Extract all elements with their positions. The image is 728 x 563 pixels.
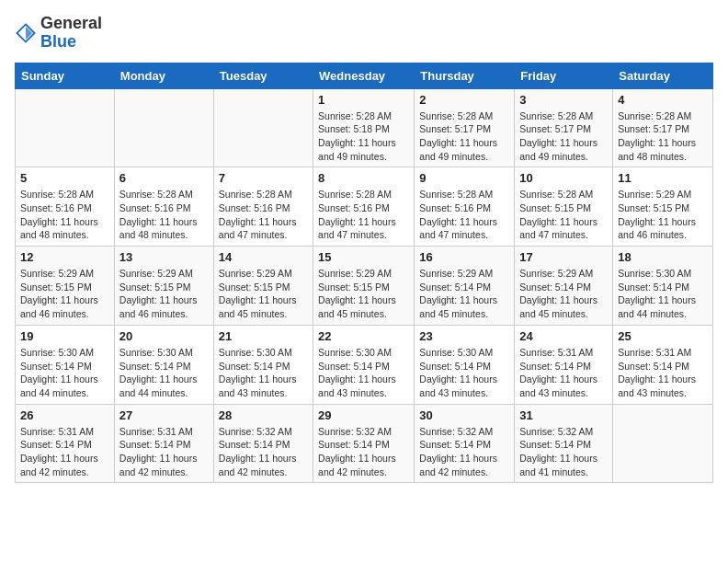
calendar-cell: 30Sunrise: 5:32 AM Sunset: 5:14 PM Dayli… bbox=[415, 404, 515, 483]
weekday-header-saturday: Saturday bbox=[613, 63, 713, 88]
day-info: Sunrise: 5:29 AM Sunset: 5:15 PM Dayligh… bbox=[318, 267, 409, 321]
day-info: Sunrise: 5:30 AM Sunset: 5:14 PM Dayligh… bbox=[20, 346, 109, 400]
weekday-header-monday: Monday bbox=[114, 63, 213, 88]
calendar-cell: 23Sunrise: 5:30 AM Sunset: 5:14 PM Dayli… bbox=[415, 325, 515, 404]
day-number: 26 bbox=[20, 408, 109, 422]
calendar-cell: 5Sunrise: 5:28 AM Sunset: 5:16 PM Daylig… bbox=[16, 167, 115, 247]
day-number: 15 bbox=[318, 250, 409, 264]
day-info: Sunrise: 5:28 AM Sunset: 5:17 PM Dayligh… bbox=[519, 109, 608, 164]
calendar-week-row: 26Sunrise: 5:31 AM Sunset: 5:14 PM Dayli… bbox=[16, 404, 713, 483]
day-number: 10 bbox=[519, 171, 608, 185]
calendar-cell: 19Sunrise: 5:30 AM Sunset: 5:14 PM Dayli… bbox=[16, 325, 115, 404]
day-info: Sunrise: 5:31 AM Sunset: 5:14 PM Dayligh… bbox=[119, 425, 209, 479]
calendar-cell: 7Sunrise: 5:28 AM Sunset: 5:16 PM Daylig… bbox=[213, 167, 313, 247]
day-number: 21 bbox=[219, 329, 308, 343]
weekday-header-friday: Friday bbox=[515, 63, 613, 88]
calendar-table: SundayMondayTuesdayWednesdayThursdayFrid… bbox=[15, 63, 713, 484]
day-number: 2 bbox=[419, 93, 509, 107]
day-info: Sunrise: 5:32 AM Sunset: 5:14 PM Dayligh… bbox=[219, 425, 308, 479]
calendar-cell: 13Sunrise: 5:29 AM Sunset: 5:15 PM Dayli… bbox=[114, 247, 213, 326]
day-number: 22 bbox=[318, 329, 409, 343]
calendar-cell: 22Sunrise: 5:30 AM Sunset: 5:14 PM Dayli… bbox=[313, 325, 415, 404]
day-number: 5 bbox=[20, 171, 109, 185]
day-number: 25 bbox=[618, 329, 708, 343]
day-info: Sunrise: 5:28 AM Sunset: 5:17 PM Dayligh… bbox=[419, 109, 509, 164]
day-number: 17 bbox=[519, 250, 608, 264]
logo-icon bbox=[15, 22, 37, 44]
calendar-cell bbox=[613, 404, 713, 483]
day-number: 11 bbox=[618, 171, 708, 185]
day-info: Sunrise: 5:28 AM Sunset: 5:17 PM Dayligh… bbox=[618, 109, 708, 164]
calendar-body: 1Sunrise: 5:28 AM Sunset: 5:18 PM Daylig… bbox=[16, 88, 713, 483]
day-number: 30 bbox=[419, 408, 509, 422]
day-info: Sunrise: 5:30 AM Sunset: 5:14 PM Dayligh… bbox=[318, 346, 409, 400]
calendar-cell: 18Sunrise: 5:30 AM Sunset: 5:14 PM Dayli… bbox=[613, 247, 713, 326]
page-header: General Blue bbox=[15, 15, 713, 52]
day-info: Sunrise: 5:32 AM Sunset: 5:14 PM Dayligh… bbox=[419, 425, 509, 479]
day-number: 23 bbox=[419, 329, 509, 343]
calendar-cell: 6Sunrise: 5:28 AM Sunset: 5:16 PM Daylig… bbox=[114, 167, 213, 247]
day-number: 31 bbox=[519, 408, 608, 422]
day-number: 28 bbox=[219, 408, 308, 422]
calendar-week-row: 5Sunrise: 5:28 AM Sunset: 5:16 PM Daylig… bbox=[16, 167, 713, 247]
calendar-cell: 14Sunrise: 5:29 AM Sunset: 5:15 PM Dayli… bbox=[213, 247, 313, 326]
day-number: 27 bbox=[119, 408, 209, 422]
calendar-cell: 21Sunrise: 5:30 AM Sunset: 5:14 PM Dayli… bbox=[213, 325, 313, 404]
day-info: Sunrise: 5:29 AM Sunset: 5:15 PM Dayligh… bbox=[119, 267, 209, 321]
calendar-cell: 3Sunrise: 5:28 AM Sunset: 5:17 PM Daylig… bbox=[515, 88, 613, 167]
calendar-cell bbox=[16, 88, 115, 167]
day-info: Sunrise: 5:32 AM Sunset: 5:14 PM Dayligh… bbox=[519, 425, 608, 479]
day-info: Sunrise: 5:30 AM Sunset: 5:14 PM Dayligh… bbox=[419, 346, 509, 400]
day-info: Sunrise: 5:28 AM Sunset: 5:16 PM Dayligh… bbox=[119, 188, 209, 242]
day-number: 8 bbox=[318, 171, 409, 185]
calendar-cell: 8Sunrise: 5:28 AM Sunset: 5:16 PM Daylig… bbox=[313, 167, 415, 247]
weekday-header-tuesday: Tuesday bbox=[213, 63, 313, 88]
day-info: Sunrise: 5:28 AM Sunset: 5:16 PM Dayligh… bbox=[20, 188, 109, 242]
calendar-cell: 11Sunrise: 5:29 AM Sunset: 5:15 PM Dayli… bbox=[613, 167, 713, 247]
calendar-cell: 4Sunrise: 5:28 AM Sunset: 5:17 PM Daylig… bbox=[613, 88, 713, 167]
day-info: Sunrise: 5:29 AM Sunset: 5:15 PM Dayligh… bbox=[618, 188, 708, 242]
calendar-cell: 31Sunrise: 5:32 AM Sunset: 5:14 PM Dayli… bbox=[515, 404, 613, 483]
day-number: 4 bbox=[618, 93, 708, 107]
calendar-cell: 16Sunrise: 5:29 AM Sunset: 5:14 PM Dayli… bbox=[415, 247, 515, 326]
day-info: Sunrise: 5:30 AM Sunset: 5:14 PM Dayligh… bbox=[219, 346, 308, 400]
day-number: 13 bbox=[119, 250, 209, 264]
day-number: 1 bbox=[318, 93, 409, 107]
day-info: Sunrise: 5:28 AM Sunset: 5:16 PM Dayligh… bbox=[219, 188, 308, 242]
day-number: 20 bbox=[119, 329, 209, 343]
day-info: Sunrise: 5:31 AM Sunset: 5:14 PM Dayligh… bbox=[20, 425, 109, 479]
day-info: Sunrise: 5:30 AM Sunset: 5:14 PM Dayligh… bbox=[119, 346, 209, 400]
day-info: Sunrise: 5:28 AM Sunset: 5:15 PM Dayligh… bbox=[519, 188, 608, 242]
day-info: Sunrise: 5:29 AM Sunset: 5:15 PM Dayligh… bbox=[20, 267, 109, 321]
day-info: Sunrise: 5:28 AM Sunset: 5:16 PM Dayligh… bbox=[419, 188, 509, 242]
day-info: Sunrise: 5:31 AM Sunset: 5:14 PM Dayligh… bbox=[618, 346, 708, 400]
weekday-header-row: SundayMondayTuesdayWednesdayThursdayFrid… bbox=[16, 63, 713, 88]
day-number: 18 bbox=[618, 250, 708, 264]
day-info: Sunrise: 5:28 AM Sunset: 5:16 PM Dayligh… bbox=[318, 188, 409, 242]
calendar-cell: 10Sunrise: 5:28 AM Sunset: 5:15 PM Dayli… bbox=[515, 167, 613, 247]
day-number: 3 bbox=[519, 93, 608, 107]
day-info: Sunrise: 5:32 AM Sunset: 5:14 PM Dayligh… bbox=[318, 425, 409, 479]
day-number: 6 bbox=[119, 171, 209, 185]
day-info: Sunrise: 5:30 AM Sunset: 5:14 PM Dayligh… bbox=[618, 267, 708, 321]
logo: General Blue bbox=[15, 15, 102, 52]
calendar-cell: 1Sunrise: 5:28 AM Sunset: 5:18 PM Daylig… bbox=[313, 88, 415, 167]
calendar-cell: 27Sunrise: 5:31 AM Sunset: 5:14 PM Dayli… bbox=[114, 404, 213, 483]
day-number: 7 bbox=[219, 171, 308, 185]
day-number: 16 bbox=[419, 250, 509, 264]
calendar-cell: 20Sunrise: 5:30 AM Sunset: 5:14 PM Dayli… bbox=[114, 325, 213, 404]
day-info: Sunrise: 5:29 AM Sunset: 5:14 PM Dayligh… bbox=[419, 267, 509, 321]
weekday-header-thursday: Thursday bbox=[415, 63, 515, 88]
day-number: 19 bbox=[20, 329, 109, 343]
calendar-cell: 28Sunrise: 5:32 AM Sunset: 5:14 PM Dayli… bbox=[213, 404, 313, 483]
calendar-cell: 17Sunrise: 5:29 AM Sunset: 5:14 PM Dayli… bbox=[515, 247, 613, 326]
calendar-cell bbox=[114, 88, 213, 167]
calendar-week-row: 1Sunrise: 5:28 AM Sunset: 5:18 PM Daylig… bbox=[16, 88, 713, 167]
day-number: 12 bbox=[20, 250, 109, 264]
calendar-cell: 24Sunrise: 5:31 AM Sunset: 5:14 PM Dayli… bbox=[515, 325, 613, 404]
weekday-header-sunday: Sunday bbox=[16, 63, 115, 88]
calendar-cell: 25Sunrise: 5:31 AM Sunset: 5:14 PM Dayli… bbox=[613, 325, 713, 404]
day-number: 29 bbox=[318, 408, 409, 422]
day-number: 24 bbox=[519, 329, 608, 343]
calendar-cell: 26Sunrise: 5:31 AM Sunset: 5:14 PM Dayli… bbox=[16, 404, 115, 483]
